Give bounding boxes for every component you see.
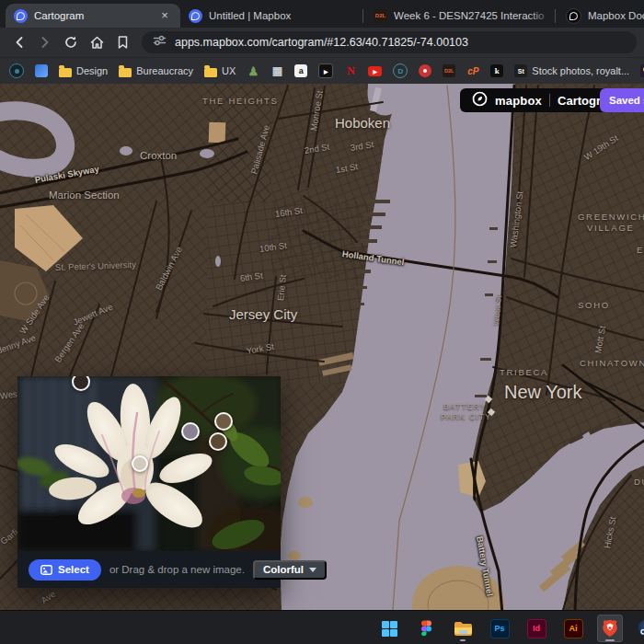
folder-icon (119, 68, 132, 77)
image-icon (40, 565, 52, 575)
address-bar[interactable]: apps.mapbox.com/cartogram/#12.63/40.7182… (142, 31, 637, 53)
browser-toolbar: apps.mapbox.com/cartogram/#12.63/40.7182… (0, 28, 644, 57)
bookmark-label: UX (222, 65, 236, 76)
taskbar-photoshop[interactable]: Ps (487, 615, 512, 642)
bookmark-label: Stock photos, royalt... (532, 65, 629, 76)
folder-icon (204, 68, 217, 77)
taskbar-explorer[interactable] (450, 615, 476, 642)
bookmark-item[interactable]: ▶ (368, 66, 382, 76)
start-button[interactable] (376, 615, 402, 642)
globe-icon (9, 63, 24, 78)
tab-divider (555, 9, 556, 23)
mapbox-docs-favicon (566, 8, 581, 24)
taskbar-brave-active[interactable] (597, 615, 623, 642)
map-viewport: THE HEIGHTSHobokenCroxtonPulaski SkywayM… (0, 84, 644, 610)
shutterstock-icon: St (514, 64, 527, 77)
d2l-favicon: D2L (374, 9, 387, 23)
bookmark-item[interactable]: ▦ (270, 64, 283, 77)
color-swatch[interactable] (209, 432, 227, 451)
taskbar-illustrator[interactable]: Ai (560, 615, 586, 642)
home-icon[interactable] (85, 30, 109, 54)
dazn-icon: D (393, 63, 408, 78)
color-swatch[interactable] (132, 455, 148, 472)
palette-label: Colorful (263, 564, 304, 575)
bookmark-label: Design (76, 65, 108, 76)
open-app-indicator (460, 639, 466, 642)
bookmark-item[interactable]: D (393, 63, 408, 78)
close-tab-icon[interactable]: × (157, 8, 172, 23)
brand-name: mapbox (495, 94, 542, 108)
usability-icon (640, 64, 644, 77)
palette-dropdown[interactable]: Colorful (253, 560, 327, 580)
bookmark-item[interactable]: cP (466, 64, 479, 77)
d2l-icon: D2L (443, 64, 455, 77)
saved-styles-button[interactable]: Saved sty (600, 88, 644, 112)
tab-title: Cartogram (34, 10, 151, 21)
back-icon[interactable] (7, 30, 31, 54)
amazon-icon: a (294, 64, 307, 77)
bookmark-item-stock-photos[interactable]: StStock photos, royalt... (514, 64, 629, 77)
illustrator-icon: Ai (564, 619, 583, 638)
active-app-indicator (605, 639, 615, 642)
bookmark-item[interactable]: a (294, 64, 307, 77)
logo-divider (549, 94, 550, 107)
tab-divider (362, 9, 363, 23)
select-image-button[interactable]: Select (29, 559, 101, 581)
taskbar-steam[interactable] (634, 615, 644, 642)
youtube-icon: ▶ (368, 66, 382, 76)
color-swatch[interactable] (214, 412, 233, 431)
tab-untitled-mapbox[interactable]: Untitled | Mapbox (180, 4, 361, 28)
site-settings-icon[interactable] (153, 34, 167, 51)
bookmark-item[interactable] (35, 64, 48, 77)
bookmark-folder-bureaucracy[interactable]: Bureaucracy (119, 65, 193, 77)
bookmark-item[interactable]: N (344, 64, 357, 77)
windows-taskbar: Ps Id Ai (0, 610, 644, 644)
kickstarter-icon: k (490, 64, 503, 77)
bookmark-folder-ux[interactable]: UX (204, 65, 236, 77)
flower-image[interactable] (17, 376, 281, 551)
mapbox-favicon (189, 9, 202, 23)
color-swatch[interactable] (181, 422, 200, 441)
photoshop-icon: Ps (490, 619, 510, 638)
mapbox-favicon (14, 9, 28, 23)
reload-icon[interactable] (59, 30, 83, 54)
forward-icon[interactable] (33, 30, 57, 54)
bookmark-item[interactable]: k (490, 64, 503, 77)
bookmark-label: Bureaucracy (136, 65, 193, 76)
folder-icon (59, 68, 72, 77)
steam-icon (638, 619, 644, 638)
tab-cartogram[interactable]: Cartogram × (6, 4, 180, 28)
file-explorer-icon (454, 621, 473, 637)
bookmark-item[interactable]: ♟ (247, 64, 259, 77)
tab-title: Untitled | Mapbox (209, 10, 352, 21)
magnolia-photo (17, 376, 281, 551)
bookmark-folder-design[interactable]: Design (59, 65, 108, 77)
tab-title: Week 6 - DESN27425 Interaction Des (394, 10, 545, 21)
browser-window: Cartogram × Untitled | Mapbox D2L Week 6… (0, 0, 644, 644)
tab-title: Mapbox Docs (588, 10, 644, 21)
cpanel-icon: cP (466, 64, 479, 77)
bookmark-item[interactable]: ▶ (318, 63, 333, 78)
bookmark-icon[interactable] (110, 30, 134, 54)
bookmark-item[interactable] (9, 63, 24, 78)
netflix-icon: N (344, 64, 357, 77)
figma-icon (420, 620, 432, 638)
tab-mapbox-docs[interactable]: Mapbox Docs (558, 4, 644, 28)
bookmark-item[interactable] (419, 64, 431, 77)
windows-icon (381, 620, 398, 638)
bookmarks-bar: Design Bureaucracy UX ♟ ▦ a ▶ N ▶ D D2L … (0, 57, 644, 84)
url-text: apps.mapbox.com/cartogram/#12.63/40.7182… (175, 36, 468, 49)
bookmark-item-usability[interactable]: Usab (640, 64, 644, 77)
panel-toolbar: Select or Drag & drop a new image. Color… (17, 551, 281, 588)
red-dot-icon (419, 64, 431, 77)
tab-strip: Cartogram × Untitled | Mapbox D2L Week 6… (0, 0, 644, 28)
taskbar-figma[interactable] (413, 615, 439, 642)
tab-d2l-week6[interactable]: D2L Week 6 - DESN27425 Interaction Des (365, 4, 553, 28)
mapbox-logo-icon (472, 91, 488, 110)
taskbar-indesign[interactable]: Id (523, 615, 549, 642)
bookmark-item[interactable]: D2L (443, 64, 455, 77)
indesign-icon: Id (527, 619, 546, 638)
chevron-down-icon (309, 568, 316, 572)
taskbar-apps: Ps Id Ai (376, 615, 644, 642)
abacus-icon: ▦ (270, 64, 283, 77)
